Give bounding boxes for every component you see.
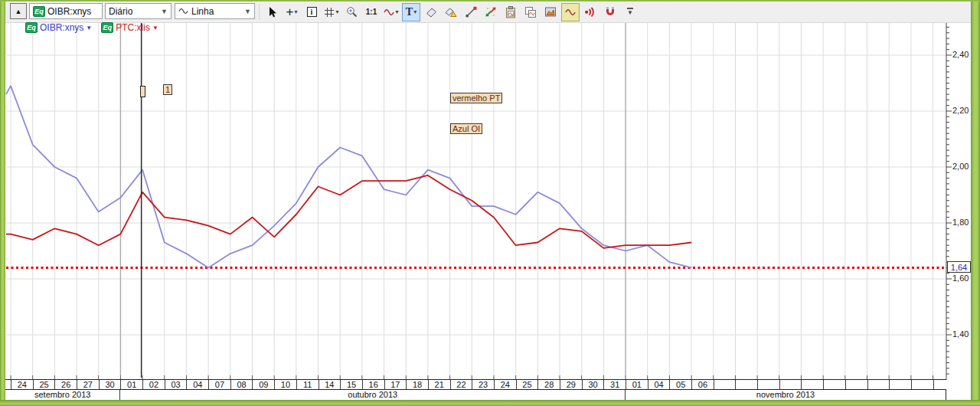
- compare-arrows-icon: [485, 6, 497, 18]
- indicator-wave-button[interactable]: ▾: [382, 3, 400, 21]
- chevron-down-icon[interactable]: ▾: [335, 8, 338, 15]
- wave-highlight-icon: [565, 8, 576, 16]
- legend: Eq OIBR:xnys ▼ Eq PTC:xlis ▼: [25, 21, 158, 34]
- month-cell: novembro 2013: [626, 390, 946, 400]
- chevron-down-icon: ▼: [244, 8, 251, 15]
- measure-icon: [466, 6, 477, 18]
- chevron-down-icon[interactable]: ▾: [395, 8, 398, 15]
- chevron-down-icon[interactable]: ▾: [413, 8, 416, 15]
- day-cell: 05: [669, 380, 691, 389]
- magnet-icon: [605, 6, 616, 18]
- day-cell-empty: [911, 380, 933, 389]
- paste-chart-icon: [505, 6, 517, 18]
- day-cell: 09: [252, 380, 274, 389]
- erase-all-button[interactable]: [442, 3, 460, 21]
- chevron-down-icon: ▼: [161, 8, 168, 15]
- window-frame-top: [0, 0, 980, 2]
- overflow-icon: ▼: [627, 8, 633, 16]
- text-tool-icon: T: [406, 7, 413, 18]
- y-axis-label: 2,00: [952, 162, 969, 171]
- day-cell-empty: [889, 380, 911, 389]
- day-cell: 25: [516, 380, 538, 389]
- copy-chart-icon: [524, 6, 537, 18]
- annotation-label[interactable]: Azul OI: [450, 123, 482, 134]
- day-cell: 18: [406, 380, 428, 389]
- series-line-oibr[interactable]: [6, 86, 691, 267]
- symbol-input[interactable]: [47, 6, 101, 17]
- zoom-icon: [346, 6, 358, 18]
- day-cell: 07: [208, 380, 230, 389]
- triangle-up-icon: ▲: [15, 8, 22, 15]
- day-cell: 24: [11, 380, 33, 389]
- chevron-down-icon[interactable]: ▾: [294, 8, 297, 15]
- day-cell-empty: [823, 380, 845, 389]
- chart-app-window: ▲ Eq Diário ▼ Linha ▼ +▾i▾1:1▾T▾▼ Eq OIB…: [0, 0, 980, 406]
- one-to-one-button[interactable]: 1:1: [362, 3, 381, 21]
- day-cell-empty: [714, 380, 736, 389]
- wave-highlight-button[interactable]: [561, 3, 580, 21]
- legend-item-oibr[interactable]: Eq OIBR:xnys ▼: [25, 22, 92, 33]
- one-to-one-icon: 1:1: [366, 8, 377, 16]
- day-cell: 25: [33, 380, 55, 389]
- chart-type-value: Linha: [191, 6, 214, 17]
- annotation-handle[interactable]: [140, 86, 145, 97]
- window-frame-bottom: [0, 400, 980, 406]
- day-cell: 04: [648, 380, 670, 389]
- legend-label: PTC:xlis: [116, 22, 150, 33]
- overflow-button[interactable]: ▼: [621, 3, 639, 21]
- grid-button[interactable]: ▾: [322, 3, 341, 21]
- toolbar-icons: +▾i▾1:1▾T▾▼: [263, 2, 639, 22]
- day-cell: 30: [582, 380, 604, 389]
- line-type-icon: [178, 8, 188, 15]
- alert-button[interactable]: [581, 3, 599, 21]
- chevron-down-icon[interactable]: ▼: [86, 25, 92, 31]
- measure-button[interactable]: [462, 3, 480, 21]
- info-icon: i: [307, 7, 317, 17]
- eraser-button[interactable]: [422, 3, 440, 21]
- pointer-button[interactable]: [263, 3, 281, 21]
- zoom-button[interactable]: [342, 3, 361, 21]
- period-select[interactable]: Diário ▼: [105, 3, 172, 19]
- chart-type-select[interactable]: Linha ▼: [175, 3, 255, 19]
- day-cell: 04: [186, 380, 208, 389]
- x-axis-day-band: 2425262730010203040708091011141516171821…: [5, 379, 946, 390]
- annotation-label[interactable]: 1: [163, 84, 172, 95]
- window-frame-left: [0, 0, 5, 406]
- series-line-ptc[interactable]: [6, 175, 691, 248]
- grid-icon: [324, 7, 335, 18]
- chevron-down-icon[interactable]: ▼: [152, 25, 158, 31]
- day-cell: 01: [626, 380, 648, 389]
- day-cell: 10: [274, 380, 296, 389]
- collapse-toolbar-button[interactable]: ▲: [10, 3, 27, 19]
- symbol-field[interactable]: Eq: [29, 3, 103, 19]
- toolbar-separator: [259, 4, 260, 20]
- day-cell-empty: [757, 380, 779, 389]
- period-select-value: Diário: [109, 6, 132, 17]
- paste-chart-button[interactable]: [501, 3, 520, 21]
- alert-icon: [584, 6, 596, 18]
- legend-label: OIBR:xnys: [40, 22, 83, 33]
- day-cell: 22: [450, 380, 472, 389]
- day-cell: 26: [54, 380, 77, 389]
- chart-image-icon: [544, 6, 557, 18]
- day-cell: 02: [142, 380, 165, 389]
- x-axis-month-band: setembro 2013outubro 2013novembro 2013: [5, 390, 946, 401]
- equity-badge-icon: Eq: [101, 22, 113, 33]
- price-alert-label[interactable]: 1,64: [947, 261, 971, 273]
- info-button[interactable]: i: [302, 3, 321, 21]
- copy-chart-button[interactable]: [521, 3, 540, 21]
- compare-arrows-button[interactable]: [482, 3, 500, 21]
- magnet-button[interactable]: [601, 3, 619, 21]
- add-button[interactable]: +▾: [283, 3, 301, 21]
- text-tool-button[interactable]: T▾: [402, 3, 420, 21]
- legend-item-ptc[interactable]: Eq PTC:xlis ▼: [101, 22, 158, 33]
- chart-image-button[interactable]: [541, 3, 560, 21]
- eraser-icon: [426, 6, 437, 18]
- day-cell: 28: [537, 380, 560, 389]
- annotation-label[interactable]: vermelho PT: [450, 93, 502, 103]
- price-chart: [0, 0, 980, 406]
- day-cell: 11: [296, 380, 318, 389]
- day-cell: 24: [494, 380, 516, 389]
- day-cell: 16: [362, 380, 384, 389]
- y-axis-label: 2,40: [952, 50, 969, 59]
